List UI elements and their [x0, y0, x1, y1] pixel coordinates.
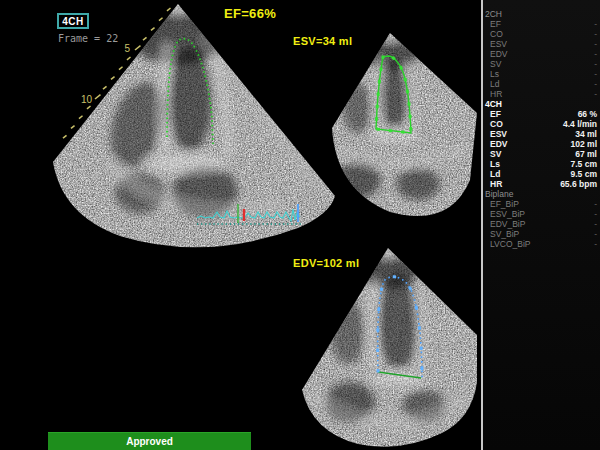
panel-row-label: 4CH	[485, 99, 502, 109]
view-mode-badge: 4CH	[57, 13, 89, 29]
panel-row-label: EDV	[490, 139, 507, 149]
panel-row-label: CO	[490, 119, 503, 129]
panel-row-value: -	[594, 29, 597, 39]
panel-row-edv: EDV102 ml	[483, 139, 600, 149]
panel-section-biplane: Biplane	[483, 189, 600, 199]
depth-ruler-label-10: 10	[81, 94, 93, 105]
panel-row-label: EF	[490, 19, 501, 29]
panel-row-value: 102 ml	[571, 139, 597, 149]
depth-ruler-label-5: 5	[124, 43, 130, 54]
measurement-panel: 2CHEF-CO-ESV-EDV-SV-Ls-Ld-HR-4CHEF66 %CO…	[481, 0, 600, 450]
panel-row-ls: Ls7.5 cm	[483, 159, 600, 169]
panel-row-value: -	[594, 219, 597, 229]
panel-row-label: Ld	[490, 79, 499, 89]
panel-row-label: Ld	[490, 169, 500, 179]
panel-row-label: EDV_BiP	[490, 219, 525, 229]
panel-section-2ch: 2CH	[483, 9, 600, 19]
panel-row-value: -	[594, 39, 597, 49]
depth-ruler-tick	[63, 135, 67, 138]
panel-row-sv: SV67 ml	[483, 149, 600, 159]
depth-ruler-tick	[159, 18, 163, 21]
panel-row-esv: ESV-	[483, 39, 600, 49]
panel-row-co: CO4.4 l/min	[483, 119, 600, 129]
echocardiography-review-screen: 5 10	[0, 0, 600, 450]
esv-frame-image[interactable]	[332, 32, 477, 217]
panel-row-ld: Ld9.5 cm	[483, 169, 600, 179]
panel-row-label: LVCO_BiP	[490, 239, 530, 249]
esv-result-label: ESV=34 ml	[293, 35, 352, 47]
panel-row-sv: SV-	[483, 59, 600, 69]
depth-ruler-tick	[87, 106, 91, 109]
panel-row-hr: HR65.6 bpm	[483, 179, 600, 189]
panel-row-value: -	[594, 59, 597, 69]
edv-result-label: EDV=102 ml	[293, 257, 359, 269]
panel-row-value: -	[594, 209, 597, 219]
panel-row-value: -	[594, 79, 597, 89]
panel-row-edv_bip: EDV_BiP-	[483, 219, 600, 229]
panel-row-value: 4.4 l/min	[563, 119, 597, 129]
panel-row-label: HR	[490, 179, 502, 189]
panel-section-4ch: 4CH	[483, 99, 600, 109]
panel-row-esv: ESV34 ml	[483, 129, 600, 139]
panel-row-lvco_bip: LVCO_BiP-	[483, 239, 600, 249]
depth-ruler-tick	[103, 86, 107, 89]
panel-row-label: SV	[490, 59, 501, 69]
panel-row-label: ESV	[490, 39, 507, 49]
depth-ruler-tick	[79, 116, 83, 119]
panel-row-ld: Ld-	[483, 79, 600, 89]
panel-row-value: 7.5 cm	[571, 159, 597, 169]
depth-ruler-tick	[111, 77, 115, 80]
panel-row-value: -	[594, 49, 597, 59]
panel-row-value: -	[594, 19, 597, 29]
depth-ruler-tick	[127, 57, 131, 60]
panel-row-ef: EF66 %	[483, 109, 600, 119]
depth-ruler-tick	[95, 95, 100, 99]
panel-row-value: -	[594, 239, 597, 249]
panel-row-value: 34 ml	[575, 129, 597, 139]
depth-ruler-tick	[151, 28, 155, 31]
panel-row-label: HR	[490, 89, 502, 99]
ef-result-label: EF=66%	[224, 6, 276, 21]
frame-counter: Frame = 22	[58, 33, 118, 44]
panel-row-ef_bip: EF_BiP-	[483, 199, 600, 209]
edv-frame-image[interactable]	[302, 247, 477, 447]
panel-row-value: -	[594, 89, 597, 99]
measurement-panel-rows: 2CHEF-CO-ESV-EDV-SV-Ls-Ld-HR-4CHEF66 %CO…	[483, 9, 600, 249]
depth-ruler-tick	[71, 126, 75, 129]
panel-row-value: 66 %	[578, 109, 597, 119]
panel-row-label: EF	[490, 109, 501, 119]
panel-row-esv_bip: ESV_BiP-	[483, 209, 600, 219]
panel-row-value: 9.5 cm	[571, 169, 597, 179]
panel-row-label: CO	[490, 29, 503, 39]
depth-ruler-tick	[143, 37, 147, 40]
panel-row-label: SV_BiP	[490, 229, 519, 239]
panel-row-label: Ls	[490, 69, 499, 79]
panel-row-label: ESV_BiP	[490, 209, 525, 219]
depth-ruler-tick	[119, 67, 123, 70]
panel-row-label: 2CH	[485, 9, 502, 19]
panel-row-co: CO-	[483, 29, 600, 39]
panel-row-label: EDV	[490, 49, 507, 59]
panel-row-ef: EF-	[483, 19, 600, 29]
panel-row-label: Biplane	[485, 189, 513, 199]
panel-row-value: 65.6 bpm	[560, 179, 597, 189]
depth-ruler-tick	[167, 8, 171, 11]
depth-ruler-tick	[135, 46, 140, 50]
panel-row-value: -	[594, 229, 597, 239]
approved-button[interactable]: Approved	[48, 432, 251, 450]
panel-row-value: 67 ml	[575, 149, 597, 159]
panel-row-value: -	[594, 199, 597, 209]
panel-row-label: SV	[490, 149, 501, 159]
panel-row-value: -	[594, 69, 597, 79]
panel-row-edv: EDV-	[483, 49, 600, 59]
panel-row-hr: HR-	[483, 89, 600, 99]
panel-row-sv_bip: SV_BiP-	[483, 229, 600, 239]
panel-row-label: EF_BiP	[490, 199, 519, 209]
panel-row-label: Ls	[490, 159, 500, 169]
panel-row-label: ESV	[490, 129, 507, 139]
panel-row-ls: Ls-	[483, 69, 600, 79]
